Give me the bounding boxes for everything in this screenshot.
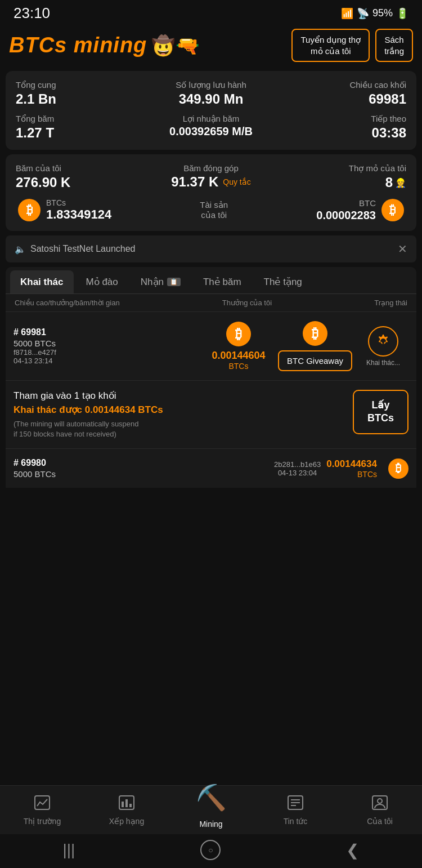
giveaway-section: ₿ BTC Giveaway xyxy=(278,321,352,371)
gear-icon-container xyxy=(368,326,398,357)
gear-icon xyxy=(375,333,392,350)
announcement-content: Satoshi TestNet Launched xyxy=(30,244,136,254)
circulating-label: Số lượng lưu hành xyxy=(146,80,276,90)
recent-apps-button[interactable]: ||| xyxy=(63,841,75,859)
tab-the-tang[interactable]: Thẻ tặng xyxy=(254,270,312,293)
reward-currency-1: BTCs xyxy=(205,362,272,371)
news-icon xyxy=(287,795,304,814)
total-supply: Tổng cung 2.1 Bn xyxy=(16,80,146,107)
giveaway-button[interactable]: BTC Giveaway xyxy=(278,350,352,371)
header-buttons: Tuyển dụng thợmỏ của tôi Sáchtrắng xyxy=(291,29,413,62)
next-block: Tiếp theo 03:38 xyxy=(276,114,406,141)
mining-hash-time-2: 2b281...b1e63 04-13 23:04 xyxy=(274,460,321,477)
tabs: Khai thác Mỏ đào Nhận 📋 Thẻ băm Thẻ tặng xyxy=(6,270,416,293)
btcs-left: ₿ BTCs 1.83349124 xyxy=(18,198,111,222)
status-icons: 📶 📡 95% 🔋 xyxy=(341,7,408,20)
back-button[interactable]: ❮ xyxy=(346,841,359,860)
my-hash-label: Băm của tôi xyxy=(16,163,146,173)
system-nav: ||| ○ ❮ xyxy=(0,834,422,868)
nav-xep-hang-label: Xếp hạng xyxy=(109,817,144,826)
nav-tin-tuc-label: Tin tức xyxy=(284,817,308,826)
nav-mining[interactable]: ⛏️ Mining xyxy=(188,791,234,829)
battery-icon: 🔋 xyxy=(396,7,408,20)
total-supply-label: Tổng cung xyxy=(16,80,146,90)
nav-mining-label: Mining xyxy=(199,820,222,829)
block-time-2: 04-13 23:04 xyxy=(274,469,321,477)
table-col2-header: Thưởng của tôi xyxy=(222,299,272,307)
stats-card: Tổng cung 2.1 Bn Số lượng lưu hành 349.9… xyxy=(6,71,416,150)
hash-profit-label: Lợi nhuận băm xyxy=(146,114,276,124)
block-number-2: # 69980 xyxy=(14,458,268,468)
reward-currency-2: BTCs xyxy=(326,470,377,479)
block-hash-1: f8718...e427f xyxy=(14,348,199,357)
bottom-nav: Thị trường Xếp hạng ⛏️ Mining Tin tức xyxy=(0,785,422,834)
next-value: 03:38 xyxy=(276,125,406,141)
whitepaper-button[interactable]: Sáchtrắng xyxy=(375,29,413,62)
nav-tin-tuc[interactable]: Tin tức xyxy=(273,795,318,826)
btc-balance-row: ₿ BTCs 1.83349124 Tài sảncủa tôi BTC 0.0… xyxy=(16,198,406,222)
reward-amount-1: 0.00144604 xyxy=(205,350,272,362)
mining-info-1: # 69981 5000 BTCs f8718...e427f 04-13 23… xyxy=(14,327,199,365)
my-miners: Thợ mỏ của tôi 8 👷 xyxy=(276,163,406,190)
wifi-icon: 📶 xyxy=(341,7,353,20)
home-button[interactable]: ○ xyxy=(200,840,221,860)
block-height: Chiều cao khối 69981 xyxy=(276,80,406,107)
stats-grid: Tổng cung 2.1 Bn Số lượng lưu hành 349.9… xyxy=(16,80,406,141)
reward-btc-icon-1: ₿ xyxy=(226,322,251,346)
total-hash: Tổng băm 1.27 T xyxy=(16,114,146,141)
block-btcs-1: 5000 BTCs xyxy=(14,339,199,348)
tab-the-bam[interactable]: Thẻ băm xyxy=(193,270,252,293)
nav-cua-toi[interactable]: Của tôi xyxy=(357,795,402,826)
mining-info-2: # 69980 5000 BTCs xyxy=(14,458,268,479)
btc-right: BTC 0.00002283 ₿ xyxy=(316,198,404,222)
my-stats-grid: Băm của tôi 276.90 K Băm đóng góp 91.37 … xyxy=(16,163,406,190)
status-time: 23:10 xyxy=(14,5,50,22)
block-hash-2: 2b281...b1e63 xyxy=(274,460,321,469)
market-icon xyxy=(34,795,51,814)
profile-icon xyxy=(371,795,388,814)
svg-point-10 xyxy=(378,799,382,803)
mining-status-1: Khai thác... xyxy=(358,326,408,367)
app-title-text: BTCs mining xyxy=(9,33,147,57)
spacer xyxy=(0,488,422,612)
ranking-icon xyxy=(118,795,135,814)
svg-rect-0 xyxy=(35,796,50,809)
announcement-bar: 🔈 Satoshi TestNet Launched ✕ xyxy=(6,235,416,262)
block-time-1: 04-13 23:14 xyxy=(14,357,199,365)
status-text-1: Khai thác... xyxy=(358,359,408,367)
my-miners-label: Thợ mỏ của tôi xyxy=(276,163,406,173)
nav-xep-hang[interactable]: Xếp hạng xyxy=(104,795,149,826)
contrib-hash: Băm đóng góp 91.37 K Quy tắc xyxy=(146,163,276,190)
contrib-hash-label: Băm đóng góp xyxy=(146,163,276,173)
btc-coin-icon: ₿ xyxy=(381,199,404,221)
mining-row-1: # 69981 5000 BTCs f8718...e427f 04-13 23… xyxy=(6,311,416,380)
hash-profit-value: 0.00392659 M/B xyxy=(146,125,276,138)
tab-nhan-badge: 📋 xyxy=(167,278,181,286)
mining-row-2: # 69980 5000 BTCs 2b281...b1e63 04-13 23… xyxy=(6,448,416,488)
close-announcement-icon[interactable]: ✕ xyxy=(398,242,407,256)
btc-label: BTC xyxy=(316,198,376,208)
svg-rect-2 xyxy=(122,802,124,807)
info-title: Tham gia vào 1 tạo khối xyxy=(14,390,347,402)
btcs-amount: 1.83349124 xyxy=(46,207,111,222)
status-bar: 23:10 📶 📡 95% 🔋 xyxy=(0,0,422,24)
app-title: BTCs mining 🤠🔫 xyxy=(9,33,200,57)
btcs-coin-icon: ₿ xyxy=(18,199,41,221)
mining-section: # 69981 5000 BTCs f8718...e427f 04-13 23… xyxy=(6,311,416,380)
circulating: Số lượng lưu hành 349.90 Mn xyxy=(146,80,276,107)
tab-khai-thac[interactable]: Khai thác xyxy=(10,270,74,293)
tab-mo-dao[interactable]: Mỏ đào xyxy=(76,270,128,293)
block-height-value: 69981 xyxy=(276,91,406,107)
reward-amount-2: 0.00144634 xyxy=(326,459,377,470)
quy-tac-link[interactable]: Quy tắc xyxy=(223,177,250,186)
total-supply-value: 2.1 Bn xyxy=(16,91,146,107)
tab-nhan[interactable]: Nhận 📋 xyxy=(131,270,191,293)
lay-btcs-button[interactable]: LấyBTCs xyxy=(353,390,408,434)
my-stats-card: Băm của tôi 276.90 K Băm đóng góp 91.37 … xyxy=(6,154,416,231)
nav-thi-truong[interactable]: Thị trường xyxy=(20,795,65,826)
miners-icon: 👷 xyxy=(395,177,406,188)
app-title-emoji: 🤠🔫 xyxy=(151,34,200,57)
table-col1-header: Chiều cao/thưởng/băm/thời gian xyxy=(15,299,120,307)
total-hash-value: 1.27 T xyxy=(16,125,146,141)
recruit-button[interactable]: Tuyển dụng thợmỏ của tôi xyxy=(291,29,370,62)
